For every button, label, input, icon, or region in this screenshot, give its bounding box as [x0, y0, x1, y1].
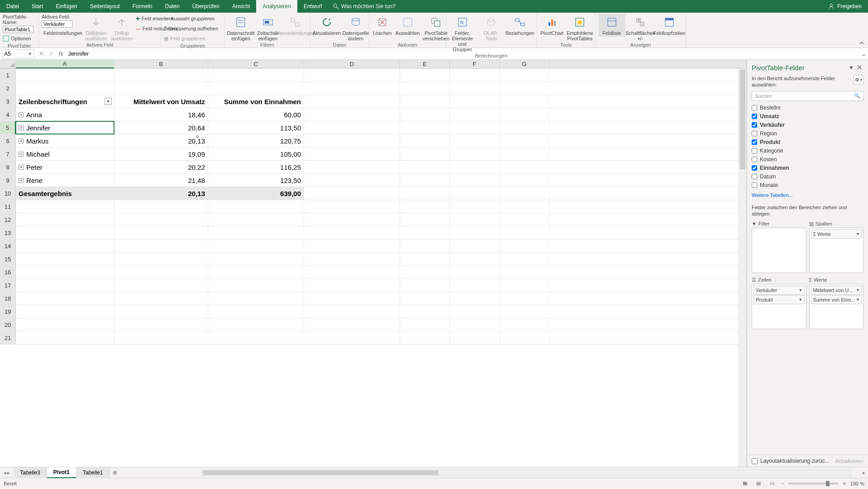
pivot-value-b[interactable]: 20,22	[114, 161, 208, 173]
cell[interactable]	[500, 279, 549, 292]
area-filter-box[interactable]	[752, 228, 806, 273]
name-box[interactable]: A5 ▼	[2, 49, 34, 58]
pane-close-button[interactable]: ✕	[855, 63, 863, 72]
defer-layout-checkbox[interactable]	[752, 458, 758, 464]
cell[interactable]	[500, 148, 549, 160]
cell[interactable]	[450, 240, 500, 252]
cell[interactable]	[304, 82, 400, 95]
cell[interactable]	[16, 240, 114, 252]
field-produkt[interactable]: Produkt	[752, 138, 863, 147]
menu-tab-überprüfen[interactable]: Überprüfen	[186, 0, 226, 13]
group-selection-button[interactable]: →Auswahl gruppieren	[164, 14, 218, 23]
area-columns-box[interactable]: Σ Werte▼	[809, 228, 864, 273]
zoom-out-button[interactable]: −	[781, 481, 784, 486]
field-headers-toggle[interactable]: Feldkopfzeilen	[656, 14, 683, 37]
cell[interactable]	[304, 161, 400, 173]
row-header-17[interactable]: 17	[0, 279, 16, 292]
row-header-8[interactable]: 8	[0, 161, 16, 173]
cell[interactable]	[500, 69, 549, 82]
column-header-G[interactable]: G	[500, 60, 549, 68]
field-list-toggle[interactable]: Feldliste	[598, 14, 625, 37]
pivot-value-b[interactable]: 19,09	[114, 148, 208, 160]
pivotchart-button[interactable]: PivotChart	[539, 14, 564, 37]
cell[interactable]	[304, 226, 400, 239]
cell[interactable]	[304, 292, 400, 305]
field-checkbox[interactable]	[752, 131, 757, 136]
cell[interactable]	[450, 253, 500, 265]
cell[interactable]	[16, 331, 114, 344]
cell[interactable]	[400, 174, 450, 187]
expand-icon[interactable]: +	[19, 178, 24, 183]
pivot-grand-total-label[interactable]: Gesamtergebnis	[16, 187, 114, 200]
cell[interactable]	[500, 253, 549, 265]
pivot-row-rene[interactable]: +Rene	[16, 174, 114, 187]
expand-icon[interactable]: +	[19, 125, 24, 130]
change-datasource-button[interactable]: Datenquelle ändern	[342, 14, 369, 42]
cell[interactable]	[16, 253, 114, 265]
field-einnahmen[interactable]: Einnahmen	[752, 164, 863, 173]
cell[interactable]	[304, 121, 400, 134]
menu-tab-start[interactable]: Start	[25, 0, 49, 13]
pivot-value-b[interactable]: 21,48	[114, 174, 208, 187]
cell[interactable]	[16, 279, 114, 292]
cell[interactable]	[400, 331, 450, 344]
menu-tab-formeln[interactable]: Formeln	[126, 0, 159, 13]
cell[interactable]	[304, 95, 400, 108]
area-pill[interactable]: Mittelwert von U...▼	[811, 286, 862, 295]
pivot-value-c[interactable]: 116,25	[208, 161, 304, 173]
cell[interactable]	[208, 305, 304, 318]
sheet-tab-tabelle1[interactable]: Tabelle1	[76, 467, 110, 478]
cell[interactable]	[114, 331, 208, 344]
pivot-value-c[interactable]: 113,50	[208, 121, 304, 134]
field-umsatz[interactable]: Umsatz	[752, 112, 863, 121]
pivot-row-anna[interactable]: +Anna	[16, 108, 114, 121]
cell[interactable]	[304, 213, 400, 226]
cell[interactable]	[450, 226, 500, 239]
add-sheet-button[interactable]: ⊕	[110, 470, 120, 476]
cell[interactable]	[450, 331, 500, 344]
cell[interactable]	[208, 240, 304, 252]
field-checkbox[interactable]	[752, 165, 757, 171]
insert-timeline-button[interactable]: Zeitachse einfügen	[256, 14, 280, 42]
cell[interactable]	[500, 226, 549, 239]
expand-icon[interactable]: +	[19, 112, 24, 117]
cell[interactable]	[500, 82, 549, 95]
pivot-value-c[interactable]: 120,75	[208, 134, 304, 147]
cell[interactable]	[500, 187, 549, 200]
sheet-nav-prev[interactable]: ◂	[4, 470, 6, 476]
row-header-6[interactable]: 6	[0, 134, 16, 147]
cell[interactable]	[16, 82, 114, 95]
page-layout-view-button[interactable]: ▤	[754, 479, 763, 488]
cell[interactable]	[450, 161, 500, 173]
row-header-9[interactable]: 9	[0, 174, 16, 187]
cell[interactable]	[450, 69, 500, 82]
cell[interactable]	[304, 331, 400, 344]
cell[interactable]	[16, 318, 114, 331]
page-break-view-button[interactable]: ▭	[768, 479, 777, 488]
field-checkbox[interactable]	[752, 148, 757, 153]
cell[interactable]	[400, 95, 450, 108]
cell[interactable]	[114, 200, 208, 213]
cell[interactable]	[304, 200, 400, 213]
cell[interactable]	[450, 187, 500, 200]
sheet-tab-pivot1[interactable]: Pivot1	[47, 467, 76, 478]
area-values-box[interactable]: Mittelwert von U...▼Summe von Einn...▼	[809, 284, 864, 329]
row-header-19[interactable]: 19	[0, 305, 16, 318]
cell[interactable]	[400, 292, 450, 305]
cell[interactable]	[16, 226, 114, 239]
cell[interactable]	[16, 266, 114, 278]
cell[interactable]	[400, 148, 450, 160]
area-pill[interactable]: Σ Werte▼	[811, 230, 862, 239]
cell[interactable]	[400, 213, 450, 226]
field-checkbox[interactable]	[752, 182, 757, 188]
cell[interactable]	[400, 161, 450, 173]
cell[interactable]	[16, 305, 114, 318]
cell[interactable]	[208, 226, 304, 239]
cell[interactable]	[16, 200, 114, 213]
horizontal-scrollbar[interactable]	[202, 470, 851, 476]
row-header-3[interactable]: 3	[0, 95, 16, 108]
cell[interactable]	[400, 121, 450, 134]
cell[interactable]	[114, 69, 208, 82]
menu-tab-daten[interactable]: Daten	[159, 0, 186, 13]
pivot-row-jennifer[interactable]: +Jennifer	[16, 121, 114, 134]
